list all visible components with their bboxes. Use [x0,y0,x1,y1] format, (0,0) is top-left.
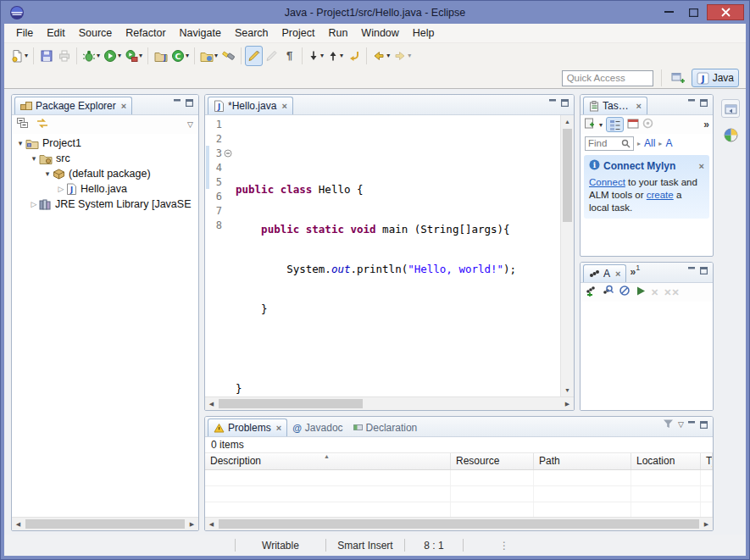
menu-file[interactable]: File [9,25,40,42]
run-button[interactable]: ▾ [102,46,123,66]
task-find-input[interactable]: Find [585,136,634,151]
expand-toggle-icon[interactable]: ▷ [56,185,66,193]
mark-occurrences-toggle[interactable] [245,46,263,66]
dropdown-arrow-icon[interactable]: ▾ [25,52,28,59]
maximize-view-icon[interactable] [561,95,569,110]
open-task-button[interactable]: ▾ [198,46,219,66]
add-buildfile-button[interactable] [585,285,597,300]
scroll-left-icon[interactable]: ◀ [205,518,218,530]
scroll-right-icon[interactable]: ▶ [700,518,713,530]
scroll-down-icon[interactable]: ▼ [561,384,574,396]
ant-view-tab[interactable]: A × [583,264,626,282]
package-explorer-tab[interactable]: Package Explorer × [14,97,132,114]
minimize-view-icon[interactable] [174,95,181,110]
back-button[interactable]: ▾ [370,46,392,66]
menu-search[interactable]: Search [228,25,275,42]
package-explorer-hscrollbar[interactable]: ◀ ▶ [12,517,198,530]
column-type[interactable]: Ty [701,453,713,469]
show-source-button[interactable] [263,46,281,66]
menu-window[interactable]: Window [354,25,405,42]
minimize-view-icon[interactable] [688,417,696,432]
javadoc-tab[interactable]: @ Javadoc [287,419,347,436]
run-default-target-button[interactable] [636,285,646,300]
scroll-left-icon[interactable]: ◀ [12,518,25,530]
filters-icon[interactable] [663,417,674,432]
focus-workweek-button[interactable] [642,117,653,132]
java-perspective-button[interactable]: J Java [692,69,739,87]
maximize-view-icon[interactable] [186,95,193,110]
print-button[interactable] [55,46,73,66]
external-tools-button[interactable]: ▾ [123,46,144,66]
scrollbar-thumb[interactable] [219,519,699,529]
tab-overflow-chevron[interactable]: »1 [630,263,640,282]
menu-refactor[interactable]: Refactor [119,25,172,42]
column-location[interactable]: Location [631,453,701,469]
new-wizard-button[interactable]: ▾ [8,46,30,66]
show-whitespace-button[interactable]: ¶ [281,46,298,66]
dismiss-icon[interactable]: × [699,160,704,173]
menu-help[interactable]: Help [406,25,442,42]
quick-access-input[interactable]: Quick Access [562,70,653,86]
restore-view-button[interactable] [721,99,740,118]
welcome-view-icon[interactable] [721,125,740,144]
maximize-view-icon[interactable] [700,95,708,110]
close-tab-icon[interactable]: × [276,423,281,433]
connect-link[interactable]: Connect [589,177,625,187]
problems-hscrollbar[interactable]: ◀ ▶ [205,517,713,530]
tree-item-project1[interactable]: ▾ Project1 [12,136,198,151]
titlebar[interactable]: Java - Project1/src/Hello.java - Eclipse [4,1,746,24]
menu-project[interactable]: Project [275,25,322,42]
view-menu-icon[interactable]: ▽ [187,120,193,129]
categorized-presentation-button[interactable] [606,117,624,132]
code-editor[interactable]: public class Hello { public static void … [236,115,560,396]
close-tab-icon[interactable]: × [615,269,620,279]
debug-button[interactable]: ▾ [81,46,102,66]
close-tab-icon[interactable]: × [121,101,126,111]
scroll-left-icon[interactable]: ◀ [205,397,218,410]
minimize-window-button[interactable] [658,4,681,20]
view-menu-icon[interactable]: ▽ [678,420,684,429]
java-search-button[interactable] [219,46,237,66]
scrollbar-thumb[interactable] [25,519,185,529]
dropdown-arrow-icon[interactable]: ▾ [118,52,121,59]
maximize-window-button[interactable] [682,4,705,20]
scroll-up-icon[interactable]: ▲ [561,115,574,128]
dropdown-arrow-icon[interactable]: ▾ [408,52,411,59]
scrollbar-thumb[interactable] [563,129,572,222]
last-edit-location-button[interactable] [345,46,363,66]
tree-item-hello-java[interactable]: ▷ J Hello.java [12,181,198,197]
new-java-class-button[interactable]: C ▾ [169,46,191,66]
previous-annotation-button[interactable]: ▾ [325,46,345,66]
expand-toggle-icon[interactable]: ▾ [29,154,39,163]
scope-all-link[interactable]: All [644,137,655,149]
scroll-right-icon[interactable]: ▶ [561,397,574,410]
minimize-view-icon[interactable] [549,95,557,110]
tree-item-src[interactable]: ▾ src [12,151,198,166]
task-list-tab[interactable]: Task List × [583,97,647,114]
forward-button[interactable]: ▾ [392,46,413,66]
menu-source[interactable]: Source [72,25,119,42]
dropdown-arrow-icon[interactable]: ▾ [340,52,343,59]
remove-all-buildfiles-icon[interactable]: ✕✕ [664,287,679,298]
minimize-view-icon[interactable] [688,95,696,110]
scope-activate-link[interactable]: A [665,137,672,149]
problems-tab[interactable]: Problems × [208,419,287,436]
expand-toggle-icon[interactable]: ▾ [42,169,53,178]
close-window-button[interactable] [707,4,744,20]
dropdown-arrow-icon[interactable]: ▾ [186,52,189,59]
scheduled-presentation-button[interactable] [627,117,639,132]
menu-run[interactable]: Run [321,25,354,42]
dropdown-arrow-icon[interactable]: ▾ [320,52,324,59]
menu-navigate[interactable]: Navigate [173,25,228,42]
tree-item-default-package[interactable]: ▾ (default package) [12,166,198,181]
column-resource[interactable]: Resource [451,453,534,469]
new-task-button[interactable] [584,117,595,132]
column-path[interactable]: Path [534,453,631,469]
editor-hscrollbar[interactable]: ◀ ▶ [205,396,574,410]
save-button[interactable] [37,46,55,66]
trim-drag-handle[interactable]: ⋮ [499,540,510,552]
tree-item-jre-library[interactable]: ▷ JRE System Library [JavaSE [12,197,198,212]
minimize-view-icon[interactable] [688,263,696,278]
declaration-tab[interactable]: Declaration [348,419,423,436]
scrollbar-thumb[interactable] [219,399,363,408]
